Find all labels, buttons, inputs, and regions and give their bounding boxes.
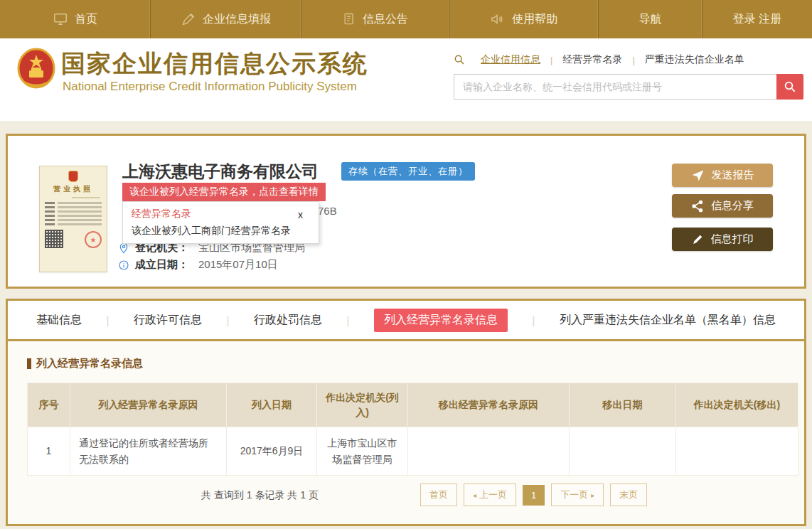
detail-tabs: 基础信息 | 行政许可信息 | 行政处罚信息 | 列入经营异常名录信息 | 列入…: [8, 301, 804, 341]
search-input[interactable]: [454, 74, 776, 100]
nav-item-help[interactable]: 使用帮助: [449, 0, 599, 38]
nav-label: 信息公告: [363, 12, 408, 27]
nav-label: 使用帮助: [512, 12, 557, 27]
nav-item-home[interactable]: 首页: [0, 0, 151, 38]
search-block: 企业信用信息 | 经营异常名录 | 严重违法失信企业名单: [454, 51, 803, 100]
action-label: 信息分享: [711, 199, 754, 213]
separator: |: [533, 314, 535, 326]
first-page-button[interactable]: 首页: [420, 483, 457, 506]
pen-icon: [181, 11, 196, 27]
send-report-button[interactable]: 发送报告: [672, 164, 773, 187]
credit-code-fragment: 76B: [318, 205, 337, 217]
cell-reason-out: [408, 427, 570, 476]
nav-label: 登录 注册: [733, 12, 781, 27]
nav-item-navigation[interactable]: 导航: [599, 0, 703, 38]
last-page-button[interactable]: 末页: [610, 483, 647, 506]
page-title: 国家企业信用信息公示系统: [61, 48, 368, 80]
bulletin-icon: [342, 12, 356, 26]
pagination: 共 查询到 1 条记录 共 1 页 首页 ◂ 上一页 1 下一页 ▸ 末页: [8, 481, 804, 509]
col-reason-out: 移出经营异常名录原因: [408, 383, 570, 427]
search-type-tabs: 企业信用信息 | 经营异常名录 | 严重违法失信企业名单: [454, 51, 803, 68]
nav-item-enterprise-filing[interactable]: 企业信息填报: [151, 0, 301, 38]
site-header: 国家企业信用信息公示系统 National Enterprise Credit …: [0, 38, 812, 121]
abnormal-alert-banner[interactable]: 该企业被列入经营异常名录，点击查看详情: [122, 183, 326, 201]
section-title: 列入经营异常名录信息: [27, 357, 143, 370]
table-header-row: 序号 列入经营异常名录原因 列入日期 作出决定机关(列入) 移出经营异常名录原因…: [28, 383, 798, 427]
col-date-in: 列入日期: [227, 383, 317, 427]
license-title: 营业执照: [45, 184, 102, 194]
license-emblem-icon: [68, 171, 78, 182]
search-icon: [784, 80, 796, 93]
field-value: 2015年07月10日: [198, 258, 278, 272]
search-button[interactable]: [776, 74, 803, 100]
search-row: [454, 74, 803, 100]
page-subtitle: National Enterprise Credit Information P…: [63, 80, 357, 94]
cell-reason-in: 通过登记的住所或者经营场所无法联系的: [70, 427, 227, 476]
search-tab-enterprise-credit[interactable]: 企业信用信息: [471, 53, 550, 66]
separator: |: [347, 314, 350, 326]
col-authority-in: 作出决定机关(列入): [317, 383, 408, 427]
title-marker: [27, 358, 31, 369]
business-license-thumbnail[interactable]: 营业执照 ★: [39, 166, 107, 272]
chevron-right-icon: ▸: [591, 491, 594, 499]
separator: |: [227, 314, 230, 326]
detail-panel: 基础信息 | 行政许可信息 | 行政处罚信息 | 列入经营异常名录信息 | 列入…: [6, 299, 806, 526]
action-label: 发送报告: [712, 169, 754, 182]
tooltip-body: 该企业被列入工商部门经营异常名录: [132, 225, 310, 237]
cell-index: 1: [28, 427, 70, 476]
separator: |: [107, 314, 109, 326]
print-info-button[interactable]: 信息打印: [672, 228, 773, 251]
send-icon: [691, 169, 705, 182]
cell-authority-in: 上海市宝山区市场监督管理局: [317, 427, 408, 476]
nav-label: 导航: [639, 12, 662, 27]
nav-item-login-register[interactable]: 登录 注册: [703, 0, 812, 38]
abnormal-tooltip: 经营异常名录 x 该企业被列入工商部门经营异常名录: [122, 201, 319, 244]
license-qr-code: [45, 230, 63, 248]
col-date-out: 移出日期: [570, 383, 676, 427]
record-count-summary: 共 查询到 1 条记录 共 1 页: [201, 489, 319, 502]
current-page-button[interactable]: 1: [523, 485, 545, 506]
pager-buttons: 首页 ◂ 上一页 1 下一页 ▸ 末页: [420, 483, 647, 506]
chevron-left-icon: ◂: [473, 491, 476, 499]
cell-date-in: 2017年6月9日: [227, 427, 317, 476]
company-summary-panel: 营业执照 ★ 上海沃惠电子商务有限公司 存续（在营、开业、在册） 该企业被列入经…: [6, 134, 806, 289]
nav-label: 首页: [75, 12, 97, 27]
pencil-icon: [692, 233, 704, 245]
field-establishment-date: 成立日期： 2015年07月10日: [118, 258, 278, 272]
col-authority-out: 作出决定机关(移出): [676, 383, 798, 427]
col-index: 序号: [28, 383, 70, 427]
abnormal-list-section: 列入经营异常名录信息 序号 列入经营异常名录原因 列入日期 作出决定机关(列入)…: [8, 341, 804, 524]
close-icon[interactable]: x: [298, 209, 303, 220]
field-label: 成立日期：: [135, 258, 188, 272]
cell-date-out: [570, 427, 676, 476]
nav-item-bulletin[interactable]: 信息公告: [301, 0, 449, 38]
search-tab-illegal-list[interactable]: 严重违法失信企业名单: [635, 53, 754, 66]
share-icon: [691, 200, 704, 213]
share-info-button[interactable]: 信息分享: [672, 194, 773, 218]
tooltip-title: 经营异常名录: [132, 208, 310, 220]
national-emblem-logo: [17, 48, 55, 92]
monitor-icon: [53, 11, 68, 27]
search-icon: [454, 54, 465, 65]
info-icon: [118, 260, 129, 271]
status-badge: 存续（在营、开业、在册）: [341, 162, 475, 181]
table-row: 1 通过登记的住所或者经营场所无法联系的 2017年6月9日 上海市宝山区市场监…: [28, 427, 798, 476]
abnormal-list-table: 序号 列入经营异常名录原因 列入日期 作出决定机关(列入) 移出经营异常名录原因…: [27, 383, 798, 476]
col-reason-in: 列入经营异常名录原因: [70, 383, 227, 427]
company-name: 上海沃惠电子商务有限公司: [122, 161, 319, 183]
cell-authority-out: [676, 427, 798, 476]
search-tab-abnormal-list[interactable]: 经营异常名录: [552, 53, 632, 66]
tab-administrative-license[interactable]: 行政许可信息: [134, 313, 202, 328]
next-page-button[interactable]: 下一页 ▸: [551, 483, 604, 506]
license-red-seal: ★: [85, 231, 102, 248]
tab-administrative-penalty[interactable]: 行政处罚信息: [254, 313, 322, 328]
nav-label: 企业信息填报: [203, 12, 271, 27]
speaker-icon: [490, 11, 506, 27]
tab-blacklist[interactable]: 列入严重违法失信企业名单（黑名单）信息: [560, 313, 776, 328]
top-navigation: 首页 企业信息填报 信息公告 使用帮助 导航 登录 注册: [0, 0, 812, 38]
tab-basic-info[interactable]: 基础信息: [36, 313, 82, 328]
action-label: 信息打印: [711, 233, 754, 246]
prev-page-button[interactable]: ◂ 上一页: [464, 483, 516, 506]
tab-abnormal-list[interactable]: 列入经营异常名录信息: [374, 309, 508, 332]
